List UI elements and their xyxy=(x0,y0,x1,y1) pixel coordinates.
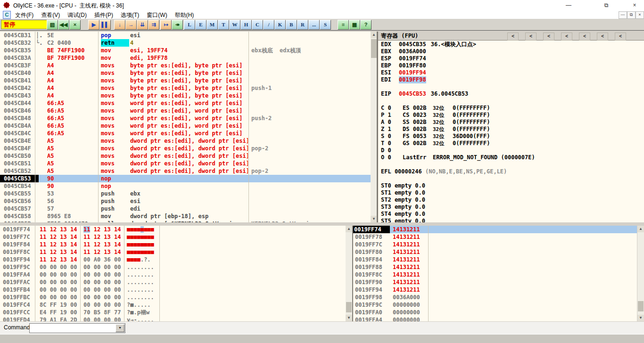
mdi-minimize-button[interactable]: — xyxy=(619,11,627,19)
minimize-button[interactable]: — xyxy=(559,0,578,10)
source-window-button[interactable]: S xyxy=(320,20,331,30)
register-line[interactable]: EBP0019FF80 xyxy=(381,62,644,69)
stack-row[interactable]: 0019FF8414131211 xyxy=(353,256,637,263)
step-over-button[interactable]: → xyxy=(125,20,137,30)
collapse-chevron-icon[interactable]: < xyxy=(525,33,537,41)
open-file-button[interactable]: ▨ xyxy=(47,20,58,30)
stack-scrollbar[interactable]: ▲ ▼ xyxy=(637,226,644,321)
register-line[interactable]: EDX0045CB3536.<模块入口点> xyxy=(381,41,644,48)
disasm-row[interactable]: 0045CB588965 E8movdword ptr [ebp-18], es… xyxy=(0,212,371,220)
restart-button[interactable]: ◀◀ xyxy=(58,20,69,30)
register-line[interactable]: EIP0045CB5336.0045CB53 xyxy=(381,90,644,98)
stack-row[interactable]: 0019FFA000000000 xyxy=(353,309,637,316)
dump-row[interactable]: 0019FFCCE4 FF 19 0070 B5 8F 77?■.p祻w xyxy=(0,309,346,316)
windows-window-button[interactable]: W xyxy=(229,20,240,30)
run-to-user-code-button[interactable]: ↠ xyxy=(172,20,183,30)
threads-window-button[interactable]: T xyxy=(218,20,229,30)
dump-row[interactable]: 0019FFC48C FF 19 0000 00 00 00?■..... xyxy=(0,301,346,309)
dump-row[interactable]: 0019FF9C00 00 00 0000 00 00 00........ xyxy=(0,263,346,271)
stack-row[interactable]: 0019FF9014131211 xyxy=(353,278,637,286)
references-window-button[interactable]: R xyxy=(297,20,308,30)
register-line[interactable]: EBX0036A000 xyxy=(381,48,644,55)
register-line[interactable]: A 0SS 002B32位0(FFFFFFFF) xyxy=(381,119,644,126)
register-line[interactable]: O 0LastErrERROR_MOD_NOT_FOUND (0000007E) xyxy=(381,154,644,161)
stack-row[interactable]: 0019FF8014131211 xyxy=(353,248,637,256)
restore-button[interactable]: ⧉ xyxy=(597,0,616,10)
dump-row[interactable]: 0019FF7C11 12 13 1411 12 13 14■■■■■■■■ xyxy=(0,233,346,241)
stack-row[interactable]: 0019FF7414131211 xyxy=(353,226,637,233)
memory-window-button[interactable]: M xyxy=(206,20,218,30)
appearance-button[interactable]: ▦ xyxy=(349,20,360,30)
disasm-row[interactable]: 0045CB4EA5movsdword ptr es:[edi], dword … xyxy=(0,137,371,145)
disasm-row[interactable]: 0045CB41A4movsbyte ptr es:[edi], byte pt… xyxy=(0,77,371,84)
stack-row[interactable]: 0019FF9414131211 xyxy=(353,286,637,294)
register-line[interactable]: ESI0019FF94 xyxy=(381,69,644,76)
dump-row[interactable]: 0019FFBC00 00 00 0000 00 00 00........ xyxy=(0,294,346,301)
scroll-up-icon[interactable]: ▲ xyxy=(346,226,352,232)
register-line[interactable] xyxy=(381,98,644,105)
command-input[interactable]: ▼ xyxy=(29,323,125,333)
register-line[interactable]: EDI0019FF98 xyxy=(381,76,644,83)
cpu-window-button[interactable]: C xyxy=(252,20,263,30)
register-line[interactable]: ST2 empty 0.0 xyxy=(381,196,644,204)
stack-row[interactable]: 0019FF8814131211 xyxy=(353,263,637,271)
disasm-row[interactable]: 0045CB4A66:A5movsword ptr es:[edi], word… xyxy=(0,122,371,130)
register-line[interactable]: T 0GS 002B32位0(FFFFFFFF) xyxy=(381,140,644,147)
help-button[interactable]: ? xyxy=(360,20,372,30)
log-window-button[interactable]: L xyxy=(184,20,195,30)
disasm-row[interactable]: 0045CB51A5movsdword ptr es:[edi], dword … xyxy=(0,160,371,167)
register-line[interactable]: ST5 empty 0.0 xyxy=(381,218,644,222)
dump-row[interactable]: 0019FF8411 12 13 1411 12 13 14■■■■■■■■ xyxy=(0,241,346,248)
register-line[interactable]: EFL 00000246 (NO,NB,E,BE,NS,PE,GE,LE) xyxy=(381,168,644,175)
collapse-chevron-icon[interactable]: < xyxy=(597,33,608,41)
options-button[interactable]: ≡ xyxy=(338,20,349,30)
scrollbar-thumb[interactable] xyxy=(346,302,352,312)
register-line[interactable]: S 0FS 005332位36D000(FFF) xyxy=(381,133,644,140)
stack-row[interactable]: 0019FF9C00000000 xyxy=(353,301,637,309)
disassembly-pane[interactable]: 0045CB31│.5Epopesi0045CB32└.C2 0400retn4… xyxy=(0,32,371,222)
collapse-chevron-icon[interactable]: < xyxy=(615,33,626,41)
dump-row[interactable]: 0019FFD479 A1 FA 2D00 00 00 00y→-..... xyxy=(0,316,346,321)
disasm-row[interactable]: 0045CB52A5movsdword ptr es:[edi], dword … xyxy=(0,167,371,175)
scrollbar-thumb[interactable] xyxy=(638,301,644,311)
pause-button[interactable]: ▌▌ xyxy=(99,20,111,30)
register-line[interactable]: C 0ES 002B32位0(FFFFFFFF) xyxy=(381,105,644,112)
patches-window-button[interactable]: / xyxy=(263,20,274,30)
disasm-row[interactable]: 0045CB31│.5Epopesi xyxy=(0,32,371,39)
breakpoints-window-button[interactable]: B xyxy=(286,20,297,30)
call-stack-window-button[interactable]: K xyxy=(274,20,286,30)
stack-row[interactable]: 0019FF980036A000 xyxy=(353,294,637,301)
horizontal-splitter[interactable] xyxy=(0,222,644,226)
register-line[interactable] xyxy=(381,175,644,182)
memory-dump-pane[interactable]: 0019FF7411 12 13 1411 12 13 14■■■■■■■■00… xyxy=(0,226,346,321)
disasm-row[interactable]: 0045CB4C66:A5movsword ptr es:[edi], word… xyxy=(0,130,371,137)
dump-row[interactable]: 0019FF7411 12 13 1411 12 13 14■■■■■■■■ xyxy=(0,226,346,233)
stack-row[interactable]: 0019FFA400000000 xyxy=(353,316,637,321)
disasm-row[interactable]: 0045CB4666:A5movsword ptr es:[edi], word… xyxy=(0,107,371,114)
handles-window-button[interactable]: H xyxy=(240,20,252,30)
register-line[interactable]: D 0 xyxy=(381,147,644,154)
stack-pane[interactable]: 0019FF74141312110019FF78141312110019FF7C… xyxy=(353,226,637,321)
scroll-down-icon[interactable]: ▼ xyxy=(371,216,377,222)
close-process-button[interactable]: × xyxy=(69,20,81,30)
disasm-row[interactable]: 0045CB3ABF 78FF1900movedi, 19FF78 xyxy=(0,54,371,62)
disasm-row[interactable]: 0045CB5553pushebx xyxy=(0,190,371,197)
disasm-row[interactable]: 0045CB4466:A5movsword ptr es:[edi], word… xyxy=(0,99,371,107)
scroll-down-icon[interactable]: ▼ xyxy=(346,315,352,321)
register-line[interactable]: Z 1DS 002B32位0(FFFFFFFF) xyxy=(381,126,644,133)
disasm-row[interactable]: 0045CB40A4movsbyte ptr es:[edi], byte pt… xyxy=(0,69,371,77)
disasm-row[interactable]: 0045CB3FA4movsbyte ptr es:[edi], byte pt… xyxy=(0,62,371,69)
disasm-row[interactable]: 0045CB5656pushesi xyxy=(0,197,371,205)
stack-row[interactable]: 0019FF8C14131211 xyxy=(353,271,637,278)
dump-row[interactable]: 0019FF8C11 12 13 1411 12 13 14■■■■■■■■ xyxy=(0,248,346,256)
disasm-row[interactable]: 0045CB4866:A5movsword ptr es:[edi], word… xyxy=(0,114,371,122)
mdi-restore-button[interactable]: ⧉ xyxy=(627,11,636,19)
disasm-row[interactable]: 0045CB5390nop xyxy=(0,175,371,182)
dump-scrollbar[interactable]: ▲ ▼ xyxy=(346,226,352,321)
run-trace-window-button[interactable]: ... xyxy=(308,20,320,30)
disassembly-scrollbar[interactable]: ▲ ▼ xyxy=(371,32,377,222)
dump-row[interactable]: 0019FFB400 00 00 0000 00 00 00........ xyxy=(0,286,346,294)
collapse-chevron-icon[interactable]: < xyxy=(561,33,572,41)
registers-pane[interactable]: 寄存器 (FPU) EDX0045CB3536.<模块入口点>EBX0036A0… xyxy=(378,32,644,222)
disasm-row[interactable]: 0045CB4FA5movsdword ptr es:[edi], dword … xyxy=(0,145,371,152)
